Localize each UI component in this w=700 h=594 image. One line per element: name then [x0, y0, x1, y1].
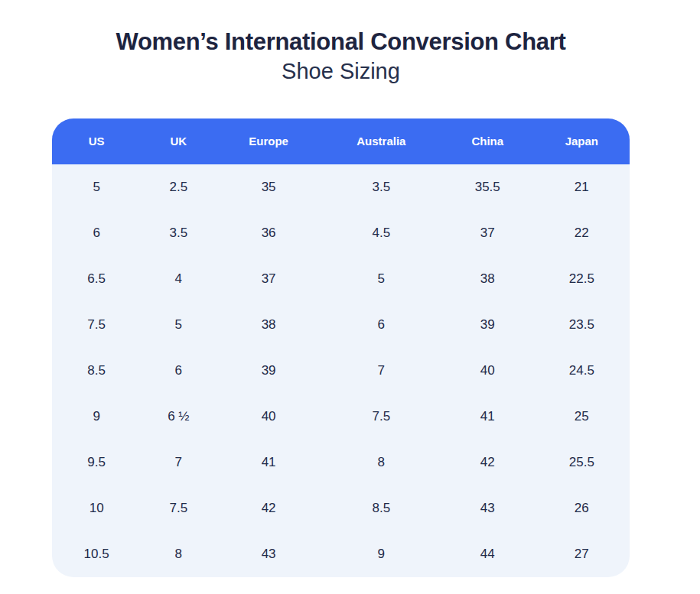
- column-header-china: China: [441, 118, 534, 164]
- size-cell-us: 6.5: [52, 256, 141, 302]
- size-cell-australia: 3.5: [321, 164, 441, 210]
- size-cell-australia: 8.5: [321, 485, 441, 531]
- table-row: 107.5428.54326: [52, 485, 630, 531]
- size-cell-china: 43: [441, 485, 534, 531]
- size-cell-china: 40: [441, 348, 534, 394]
- size-cell-uk: 6: [141, 348, 216, 394]
- size-cell-china: 35.5: [441, 164, 534, 210]
- table-row: 7.553863923.5: [52, 302, 630, 348]
- size-cell-uk: 7: [141, 440, 216, 485]
- column-header-australia: Australia: [321, 118, 441, 164]
- table-row: 9.574184225.5: [52, 440, 630, 485]
- table-header: USUKEuropeAustraliaChinaJapan: [52, 118, 630, 164]
- size-cell-europe: 42: [216, 485, 321, 531]
- size-cell-japan: 24.5: [534, 348, 630, 394]
- table-header-row: USUKEuropeAustraliaChinaJapan: [52, 118, 630, 164]
- size-cell-japan: 22.5: [534, 256, 630, 302]
- size-cell-europe: 37: [216, 256, 321, 302]
- table-row: 6.543753822.5: [52, 256, 630, 302]
- table-body: 52.5353.535.52163.5364.537226.543753822.…: [52, 164, 630, 577]
- size-cell-us: 10: [52, 485, 141, 531]
- size-cell-europe: 38: [216, 302, 321, 348]
- table-row: 8.563974024.5: [52, 348, 630, 394]
- column-header-europe: Europe: [216, 118, 321, 164]
- column-header-uk: UK: [141, 118, 216, 164]
- page-subtitle: Shoe Sizing: [52, 58, 630, 85]
- size-cell-japan: 25: [534, 394, 630, 440]
- size-cell-europe: 39: [216, 348, 321, 394]
- size-cell-australia: 4.5: [321, 210, 441, 256]
- table-row: 96 ½407.54125: [52, 394, 630, 440]
- table-row: 52.5353.535.521: [52, 164, 630, 210]
- size-cell-japan: 23.5: [534, 302, 630, 348]
- size-cell-us: 8.5: [52, 348, 141, 394]
- size-cell-australia: 7.5: [321, 394, 441, 440]
- size-cell-australia: 7: [321, 348, 441, 394]
- shoe-size-conversion-table: USUKEuropeAustraliaChinaJapan 52.5353.53…: [52, 118, 630, 577]
- size-cell-europe: 35: [216, 164, 321, 210]
- size-cell-us: 5: [52, 164, 141, 210]
- size-cell-japan: 26: [534, 485, 630, 531]
- size-cell-uk: 5: [141, 302, 216, 348]
- page: Women’s International Conversion Chart S…: [0, 0, 700, 594]
- conversion-table-container: USUKEuropeAustraliaChinaJapan 52.5353.53…: [52, 118, 630, 577]
- size-cell-china: 42: [441, 440, 534, 485]
- size-cell-us: 9.5: [52, 440, 141, 485]
- size-cell-china: 39: [441, 302, 534, 348]
- table-row: 63.5364.53722: [52, 210, 630, 256]
- size-cell-us: 10.5: [52, 531, 141, 577]
- size-cell-uk: 7.5: [141, 485, 216, 531]
- size-cell-uk: 8: [141, 531, 216, 577]
- size-cell-europe: 36: [216, 210, 321, 256]
- size-cell-europe: 41: [216, 440, 321, 485]
- size-cell-uk: 3.5: [141, 210, 216, 256]
- size-cell-us: 9: [52, 394, 141, 440]
- size-cell-australia: 8: [321, 440, 441, 485]
- size-cell-china: 44: [441, 531, 534, 577]
- size-cell-europe: 43: [216, 531, 321, 577]
- size-cell-china: 38: [441, 256, 534, 302]
- size-cell-china: 37: [441, 210, 534, 256]
- size-cell-us: 6: [52, 210, 141, 256]
- size-cell-europe: 40: [216, 394, 321, 440]
- size-cell-australia: 6: [321, 302, 441, 348]
- page-title: Women’s International Conversion Chart: [52, 28, 630, 56]
- size-cell-uk: 2.5: [141, 164, 216, 210]
- size-cell-uk: 4: [141, 256, 216, 302]
- size-cell-australia: 9: [321, 531, 441, 577]
- column-header-japan: Japan: [534, 118, 630, 164]
- size-cell-japan: 27: [534, 531, 630, 577]
- column-header-us: US: [52, 118, 141, 164]
- size-cell-china: 41: [441, 394, 534, 440]
- table-row: 10.584394427: [52, 531, 630, 577]
- content-area: Women’s International Conversion Chart S…: [52, 28, 630, 577]
- size-cell-japan: 22: [534, 210, 630, 256]
- size-cell-japan: 25.5: [534, 440, 630, 485]
- size-cell-japan: 21: [534, 164, 630, 210]
- size-cell-us: 7.5: [52, 302, 141, 348]
- size-cell-uk: 6 ½: [141, 394, 216, 440]
- size-cell-australia: 5: [321, 256, 441, 302]
